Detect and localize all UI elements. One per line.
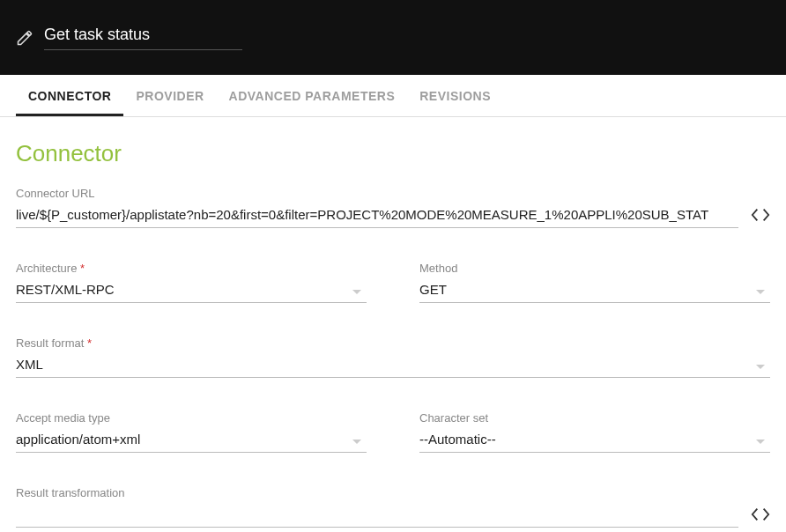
field-connector-url: Connector URL — [16, 187, 738, 228]
accept-media-value: application/atom+xml — [16, 428, 367, 453]
field-method[interactable]: Method GET — [419, 262, 770, 303]
field-accept-media[interactable]: Accept media type application/atom+xml — [16, 411, 367, 453]
result-format-value: XML — [16, 353, 770, 378]
tab-advanced[interactable]: ADVANCED PARAMETERS — [217, 75, 408, 116]
code-icon[interactable] — [751, 505, 770, 524]
method-label: Method — [419, 262, 770, 275]
page-title[interactable]: Get task status — [44, 26, 242, 50]
tabs: CONNECTOR PROVIDER ADVANCED PARAMETERS R… — [0, 75, 786, 117]
tab-revisions[interactable]: REVISIONS — [407, 75, 503, 116]
connector-url-input[interactable] — [16, 203, 738, 228]
charset-value: --Automatic-- — [419, 428, 770, 453]
method-value: GET — [419, 278, 770, 303]
tab-connector[interactable]: CONNECTOR — [16, 75, 123, 116]
code-icon[interactable] — [751, 205, 770, 225]
connector-url-label: Connector URL — [16, 187, 738, 200]
result-transform-label: Result transformation — [16, 486, 738, 499]
section-title: Connector — [16, 140, 770, 167]
field-result-transformation: Result transformation — [16, 486, 738, 528]
result-format-label: Result format * — [16, 336, 770, 350]
architecture-label: Architecture * — [16, 262, 367, 275]
field-architecture[interactable]: Architecture * REST/XML-RPC — [16, 262, 367, 303]
tab-provider[interactable]: PROVIDER — [123, 75, 216, 116]
content-area: Connector Connector URL Architecture * R… — [0, 117, 786, 528]
charset-label: Character set — [419, 411, 770, 425]
field-charset[interactable]: Character set --Automatic-- — [419, 411, 770, 453]
header-bar: Get task status — [0, 0, 786, 75]
architecture-value: REST/XML-RPC — [16, 278, 367, 303]
accept-media-label: Accept media type — [16, 411, 367, 425]
field-result-format[interactable]: Result format * XML — [16, 336, 770, 378]
edit-icon[interactable] — [16, 29, 33, 47]
result-transform-input[interactable] — [16, 503, 738, 528]
